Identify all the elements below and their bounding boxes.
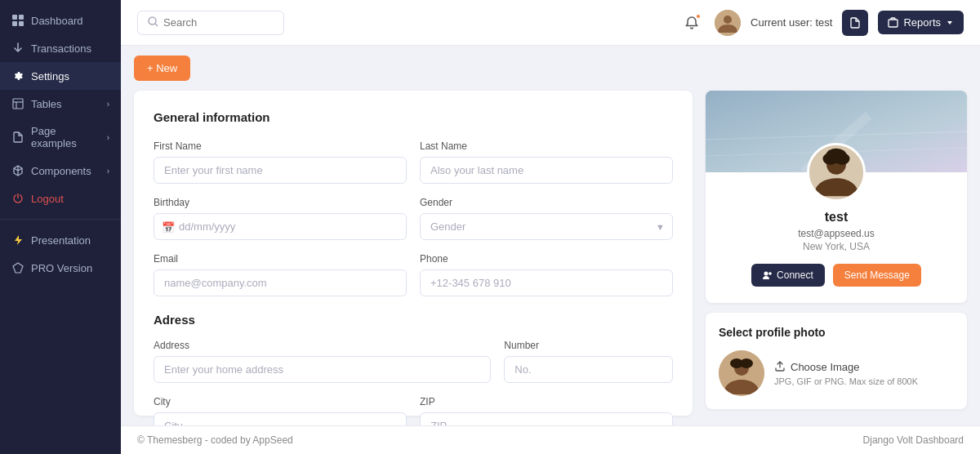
photo-section-title: Select profile photo [719,326,954,339]
number-input[interactable] [504,356,673,383]
phone-group: Phone [420,253,673,296]
sidebar-item-components[interactable]: Components › [0,157,121,185]
sidebar-item-presentation[interactable]: Presentation [0,226,121,254]
send-message-button[interactable]: Send Message [833,264,921,287]
zip-input[interactable] [420,412,673,425]
footer-left: © Themesberg - coded by AppSeed [137,434,293,446]
avatar [807,143,866,202]
sidebar-item-pro-version[interactable]: PRO Version [0,254,121,282]
photo-row: Choose Image JPG, GIF or PNG. Max size o… [719,350,954,396]
choose-label: Choose Image [791,361,860,373]
last-name-group: Last Name [420,140,673,184]
arrow-down-icon [11,42,24,55]
svg-point-9 [149,17,156,24]
profile-email: test@appseed.us [719,228,954,239]
name-row: First Name Last Name [154,140,673,184]
city-zip-row: City ZIP [154,396,673,425]
content-body: General information First Name Last Name… [121,81,980,425]
svg-point-12 [724,16,732,24]
sidebar-item-settings[interactable]: Settings [0,62,121,90]
photo-info: Choose Image JPG, GIF or PNG. Max size o… [774,361,918,386]
first-name-label: First Name [154,140,407,152]
header-right: Current user: test Reports [679,10,964,36]
address-row: Address Number [154,340,673,383]
components-arrow-icon: › [107,167,109,176]
address-input[interactable] [154,356,491,383]
sidebar-item-logout[interactable]: Logout [0,185,121,212]
profile-location: New York, USA [719,241,954,252]
number-group: Number [504,340,673,383]
svg-point-27 [740,358,753,368]
connect-label: Connect [777,269,813,281]
file-icon [11,131,24,144]
svg-rect-3 [19,21,24,26]
tables-arrow-icon: › [107,100,109,109]
svg-rect-4 [13,99,23,109]
cube-icon [11,164,24,177]
address-group: Address [154,340,491,383]
zip-group: ZIP [420,396,673,425]
city-input[interactable] [154,412,407,425]
profile-card: test test@appseed.us New York, USA Conne… [706,91,967,303]
footer-right: Django Volt Dashboard [863,434,964,446]
user-label: Current user: test [751,16,832,29]
profile-name: test [719,210,954,225]
photo-thumbnail [719,350,764,396]
file-button[interactable] [842,10,868,36]
birthday-input[interactable] [154,213,407,240]
sidebar-item-label: Components [31,165,91,177]
svg-rect-13 [889,20,898,27]
connect-button[interactable]: Connect [751,264,825,287]
svg-line-10 [155,24,158,26]
gender-group: Gender Gender Male Female Other ▼ [420,197,673,240]
email-group: Email [154,253,407,296]
svg-rect-1 [19,15,24,20]
header: Current user: test Reports [121,0,980,46]
reports-label: Reports [903,16,941,29]
svg-point-22 [826,149,847,163]
email-phone-row: Email Phone [154,253,673,296]
sidebar: Dashboard Transactions Settings [0,0,121,454]
reports-button[interactable]: Reports [878,11,964,34]
svg-rect-0 [12,15,17,20]
general-info-title: General information [154,110,673,124]
search-input[interactable] [163,16,274,29]
sidebar-item-label: Settings [31,70,69,82]
profile-actions: Connect Send Message [719,264,954,287]
profile-body: test test@appseed.us New York, USA Conne… [706,143,967,303]
sidebar-divider [0,219,121,220]
sidebar-item-tables[interactable]: Tables › [0,90,121,118]
svg-rect-2 [12,21,17,26]
photo-hint: JPG, GIF or PNG. Max size of 800K [774,376,918,386]
first-name-input[interactable] [154,157,407,184]
gender-select-wrap: Gender Male Female Other ▼ [420,213,673,240]
city-label: City [154,396,407,407]
new-button[interactable]: + New [134,56,190,81]
email-input[interactable] [154,269,407,296]
sidebar-item-label: PRO Version [31,262,92,274]
notification-button[interactable] [679,10,705,36]
address-section-title: Adress [154,313,673,327]
choose-image-button[interactable]: Choose Image [774,361,918,373]
sidebar-item-page-examples[interactable]: Page examples › [0,118,121,157]
sidebar-item-label: Dashboard [31,15,83,27]
photo-card: Select profile photo [706,313,967,409]
birthday-group: Birthday 📅 [154,197,407,240]
gear-icon [11,69,24,82]
power-icon [11,192,24,205]
phone-label: Phone [420,253,673,265]
phone-input[interactable] [420,269,673,296]
gender-label: Gender [420,197,673,208]
sidebar-item-transactions[interactable]: Transactions [0,34,121,62]
city-group: City [154,396,407,425]
email-label: Email [154,253,407,265]
footer: © Themesberg - coded by AppSeed Django V… [121,425,980,454]
zip-label: ZIP [420,396,673,407]
birthday-gender-row: Birthday 📅 Gender Gender Male Female Oth… [154,197,673,240]
last-name-input[interactable] [420,157,673,184]
birthday-label: Birthday [154,197,407,208]
sidebar-item-dashboard[interactable]: Dashboard [0,7,121,34]
notification-dot [695,13,702,20]
search-box[interactable] [137,11,284,35]
gender-select[interactable]: Gender Male Female Other [420,213,673,240]
